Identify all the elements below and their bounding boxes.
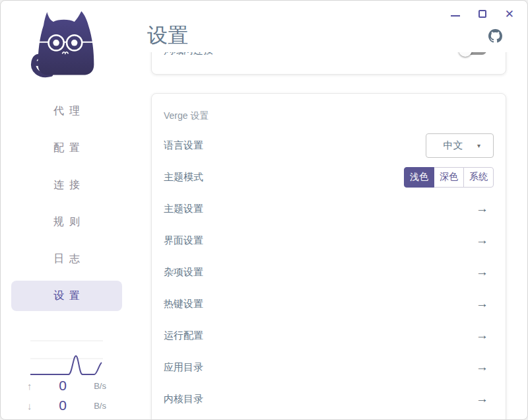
maximize-button[interactable]: [478, 10, 486, 18]
hotkey-settings-row[interactable]: 热键设置 →: [152, 288, 506, 320]
theme-system-button[interactable]: 系统: [463, 167, 494, 188]
language-label: 语言设置: [164, 139, 203, 152]
runtime-config-row[interactable]: 运行配置 →: [152, 320, 506, 351]
theme-light-button[interactable]: 浅色: [404, 167, 434, 188]
arrow-right-icon[interactable]: →: [476, 265, 488, 279]
download-speed-row: ↓ 0 B/s: [27, 396, 106, 415]
verge-settings-card: Verge 设置 语言设置 中文 ▾ 主题模式 浅色 深色 系统: [151, 93, 506, 419]
upload-arrow-icon: ↑: [27, 380, 42, 392]
github-icon: [488, 29, 502, 43]
arrow-right-icon[interactable]: →: [476, 233, 488, 248]
upload-speed-row: ↑ 0 B/s: [27, 376, 106, 396]
sidebar-item-connections[interactable]: 连接: [11, 170, 122, 200]
sidebar-item-proxies[interactable]: 代理: [11, 96, 122, 126]
upload-speed-unit: B/s: [84, 381, 106, 391]
theme-mode-label: 主题模式: [164, 171, 203, 184]
switch-thumb: [459, 52, 472, 57]
theme-settings-label: 主题设置: [164, 203, 203, 215]
app-directory-label: 应用目录: [164, 361, 203, 374]
arrow-right-icon[interactable]: →: [476, 392, 488, 406]
maximize-icon: [478, 10, 486, 18]
clash-settings-card-partial: 局域网连接: [151, 52, 506, 75]
misc-settings-label: 杂项设置: [164, 266, 203, 279]
minimize-button[interactable]: [451, 11, 460, 17]
window-controls: ✕: [438, 1, 527, 27]
sidebar-item-logs[interactable]: 日志: [11, 244, 122, 274]
language-select-value: 中文: [426, 139, 477, 152]
sidebar-item-rules[interactable]: 规则: [11, 207, 122, 237]
core-directory-row[interactable]: 内核目录 →: [152, 383, 506, 415]
app-logo: [1, 1, 133, 96]
theme-settings-row[interactable]: 主题设置 →: [152, 193, 506, 225]
setting-row-clipped: 局域网连接: [152, 52, 506, 74]
settings-scroll-area[interactable]: 局域网连接 Verge 设置 语言设置 中文 ▾: [133, 52, 527, 419]
sidebar-spacer: [1, 318, 133, 336]
core-directory-label: 内核目录: [164, 393, 203, 405]
sidebar: 代理 配置 连接 规则 日志 设置 ↑ 0 B/s ↓ 0 B/s: [1, 1, 133, 419]
download-arrow-icon: ↓: [27, 400, 42, 411]
chevron-down-icon: ▾: [477, 142, 493, 149]
theme-mode-group: 浅色 深色 系统: [404, 167, 494, 188]
download-speed-value: 0: [42, 398, 84, 413]
app-window: 代理 配置 连接 规则 日志 设置 ↑ 0 B/s ↓ 0 B/s: [0, 0, 528, 420]
arrow-right-icon[interactable]: →: [476, 328, 488, 343]
main-panel: ✕ 设置 局域网连接: [133, 1, 527, 419]
arrow-right-icon[interactable]: →: [476, 201, 488, 216]
misc-settings-row[interactable]: 杂项设置 →: [152, 256, 506, 288]
sidebar-nav: 代理 配置 连接 规则 日志 设置: [1, 96, 133, 318]
section-title: Verge 设置: [164, 110, 209, 122]
sidebar-item-profiles[interactable]: 配置: [11, 133, 122, 163]
runtime-config-label: 运行配置: [164, 330, 203, 342]
language-setting-row: 语言设置 中文 ▾: [152, 129, 506, 161]
theme-mode-row: 主题模式 浅色 深色 系统: [152, 161, 506, 193]
sidebar-item-settings[interactable]: 设置: [11, 281, 122, 311]
interface-settings-row[interactable]: 界面设置 →: [152, 225, 506, 256]
app-directory-row[interactable]: 应用目录 →: [152, 351, 506, 383]
theme-dark-button[interactable]: 深色: [434, 167, 464, 188]
arrow-right-icon[interactable]: →: [476, 360, 488, 374]
arrow-right-icon[interactable]: →: [476, 297, 488, 311]
upload-speed-value: 0: [42, 378, 84, 394]
traffic-graph: [27, 336, 106, 376]
toggle-switch[interactable]: [459, 52, 486, 57]
hotkey-settings-label: 热键设置: [164, 298, 203, 310]
traffic-panel: ↑ 0 B/s ↓ 0 B/s: [1, 336, 133, 419]
github-button[interactable]: [488, 29, 502, 46]
download-speed-unit: B/s: [84, 401, 106, 411]
interface-settings-label: 界面设置: [164, 234, 203, 247]
language-select[interactable]: 中文 ▾: [426, 133, 494, 158]
minimize-icon: [451, 15, 460, 17]
close-button[interactable]: ✕: [505, 9, 514, 20]
cat-logo-icon: [28, 10, 106, 80]
section-header: Verge 设置: [152, 103, 506, 129]
setting-label-clipped: 局域网连接: [164, 52, 213, 57]
